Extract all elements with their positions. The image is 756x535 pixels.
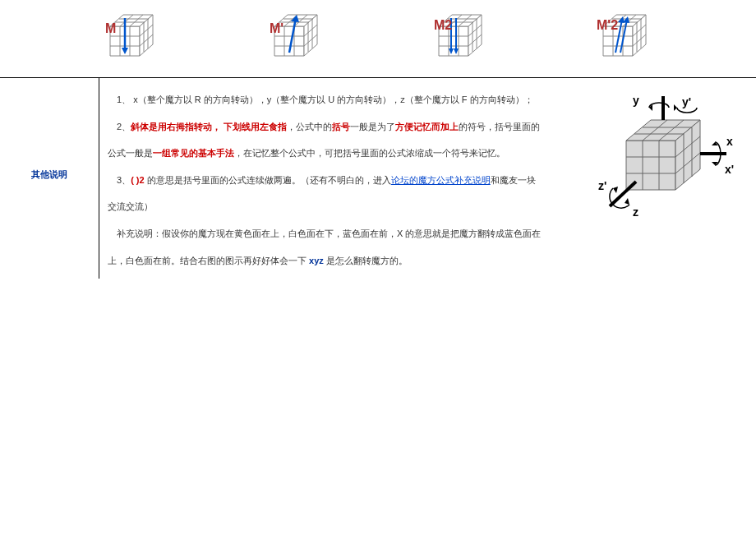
cube-cell-m: M (49, 7, 214, 71)
cube-diagram-m2: M2 (427, 10, 493, 67)
explanation-row: 其他说明 1、 x（整个魔方以 R 的方向转动），y（整个魔方以 U 的方向转动… (0, 78, 756, 279)
cube-label: M2 (434, 18, 452, 33)
axes-diagram: y y' x x' z' z (582, 78, 756, 242)
cube-diagram-m2prime: M'2 (592, 10, 657, 67)
t-blue: xyz (309, 256, 324, 265)
line-4: 3、( )2 的意思是括号里面的公式连续做两遍。（还有不明白的，进入论坛的魔方公… (108, 168, 574, 192)
svg-marker-95 (625, 198, 629, 205)
explanation-text: 1、 x（整个魔方以 R 的方向转动），y（整个魔方以 U 的方向转动），z（整… (99, 78, 582, 279)
forum-link[interactable]: 论坛的魔方公式补充说明 (391, 175, 491, 185)
cube-label: M'2 (597, 18, 618, 33)
cube-cell-m2: M2 (378, 7, 542, 71)
svg-line-93 (610, 182, 636, 206)
axis-y-label: y (633, 94, 639, 107)
sidebar-title: 其他说明 (0, 78, 99, 279)
t: 和魔友一块 (491, 175, 536, 185)
t: 的符号，括号里面的 (459, 122, 540, 131)
t: 一般是为了 (350, 122, 395, 131)
cube-icon (263, 10, 329, 67)
line-3: 公式一般是一组常见的基本手法，在记忆整个公式中，可把括号里面的公式浓缩成一个符号… (108, 141, 574, 165)
t: 3、 (117, 175, 131, 185)
cube-diagram-mprime: M' (263, 10, 329, 67)
axis-xprime-label: x' (725, 163, 734, 176)
t-red: 斜体是用右拇指转动， 下划线用左食指 (131, 122, 287, 131)
axis-zprime-label: z' (598, 179, 606, 192)
t: 上，白色面在前。结合右图的图示再好好体会一下 (108, 256, 309, 265)
axis-yprime-label: y' (682, 95, 691, 108)
t-red: ( )2 (131, 175, 145, 185)
svg-marker-94 (613, 187, 618, 193)
cube-label: M (105, 21, 116, 36)
line-7: 上，白色面在前。结合右图的图示再好好体会一下 xyz 是怎么翻转魔方的。 (108, 249, 574, 273)
t: ，公式中的 (287, 122, 332, 131)
axis-x-label: x (726, 135, 733, 148)
cube-diagram-m: M (99, 10, 164, 67)
t: ，在记忆整个公式中，可把括号里面的公式浓缩成一个符号来记忆。 (234, 148, 505, 158)
t: 公式一般是 (108, 148, 153, 158)
line-5: 交流交流） (108, 195, 574, 219)
t: 是怎么翻转魔方的。 (324, 256, 408, 265)
t: 的意思是括号里面的公式连续做两遍。（还有不明白的，进入 (145, 175, 391, 185)
cube-move-row: M M' (0, 0, 756, 78)
svg-marker-89 (674, 104, 677, 111)
t: 2、 (117, 122, 131, 131)
cube-cell-mprime: M' (214, 7, 378, 71)
cube-cell-m2prime: M'2 (542, 7, 707, 71)
cube-label: M' (270, 21, 284, 36)
axis-z-label: z (633, 205, 638, 219)
line-1: 1、 x（整个魔方以 R 的方向转动），y（整个魔方以 U 的方向转动），z（整… (108, 88, 574, 112)
xyz-axes-icon: y y' x x' z' z (585, 91, 741, 239)
line-6: 补充说明：假设你的魔方现在黄色面在上，白色面在下，蓝色面在前，X 的意思就是把魔… (108, 222, 574, 246)
t-red: 方便记忆而加上 (395, 122, 459, 131)
line-2: 2、斜体是用右拇指转动， 下划线用左食指，公式中的括号一般是为了方便记忆而加上的… (108, 115, 574, 139)
t-red: 括号 (332, 122, 350, 131)
cube-icon (99, 10, 164, 67)
t-red: 一组常见的基本手法 (153, 148, 234, 158)
